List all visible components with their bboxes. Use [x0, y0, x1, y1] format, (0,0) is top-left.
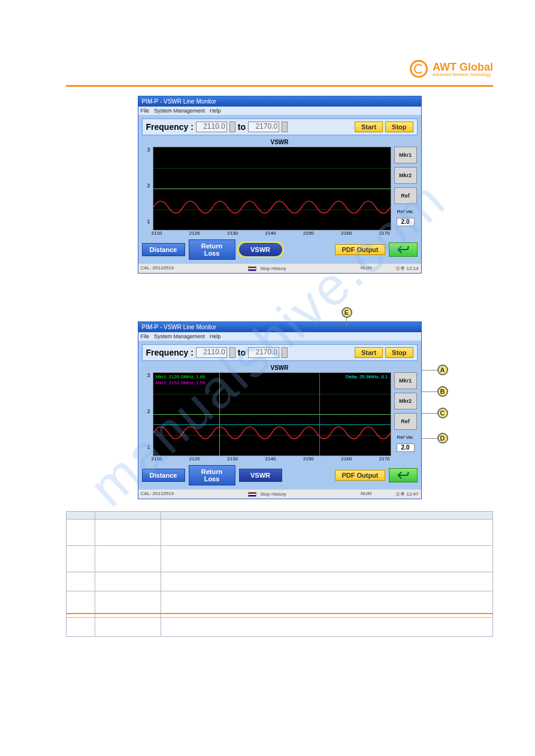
- menu-system[interactable]: System Management: [154, 333, 205, 339]
- y-tick: 1: [142, 218, 150, 224]
- status-num: NUM: [361, 265, 371, 272]
- x-tick: 2140: [265, 456, 276, 462]
- y-axis: 3 2 1: [142, 372, 150, 456]
- x-tick: 2130: [227, 456, 238, 462]
- freq-from-input[interactable]: 2110.0: [196, 347, 227, 358]
- freq-to-label: to: [238, 122, 246, 132]
- freq-from-spinner[interactable]: [229, 122, 235, 132]
- menu-system[interactable]: System Management: [154, 108, 205, 114]
- return-loss-button[interactable]: Return Loss: [189, 465, 235, 485]
- chart-title: VSWR: [142, 363, 418, 372]
- table-row: C: [67, 572, 493, 591]
- stop-button[interactable]: Stop: [385, 122, 413, 132]
- freq-to-label: to: [238, 348, 246, 357]
- vswr-trace: [153, 195, 391, 219]
- status-mid: Stop History: [260, 491, 286, 497]
- frequency-label: Frequency :: [146, 122, 194, 132]
- x-tick: 2160: [341, 456, 352, 462]
- x-tick: 2110: [152, 456, 162, 462]
- pdf-output-button[interactable]: PDF Output: [335, 470, 385, 481]
- vswr-button[interactable]: VSWR: [239, 469, 282, 482]
- freq-to-spinner[interactable]: [282, 122, 288, 132]
- x-axis: 2110 2120 2130 2140 2150 2160 2170: [150, 230, 391, 236]
- x-tick: 2120: [189, 230, 200, 236]
- mkr1-button[interactable]: Mkr1: [394, 147, 417, 163]
- table-row: A: [67, 520, 493, 546]
- table-header: [67, 512, 95, 520]
- frequency-panel: Frequency : 2110.0 to 2170.0 Start Stop: [142, 119, 418, 135]
- y-tick: 3: [142, 372, 150, 378]
- mkr2-button[interactable]: Mkr2: [394, 167, 417, 184]
- freq-to-spinner[interactable]: [282, 347, 288, 358]
- callout-c: C: [437, 408, 448, 418]
- callout-b: B: [437, 386, 448, 397]
- status-num: NUM: [361, 491, 371, 497]
- footer-divider: [66, 613, 493, 614]
- x-tick: 2170: [379, 230, 390, 236]
- callout-a: A: [437, 365, 448, 375]
- status-mid: Stop History: [260, 266, 286, 271]
- status-bar: CAL: 20110519 Stop History NUM 오후 12:14: [138, 263, 421, 273]
- y-tick: 2: [142, 408, 150, 414]
- flag-icon: [248, 492, 256, 497]
- ref-button[interactable]: Ref: [394, 187, 417, 204]
- freq-to-input[interactable]: 2170.0: [248, 347, 279, 358]
- screenshot-vswr-markers: E PIM-P - VSWR Line Monitor File System …: [138, 321, 422, 499]
- refval-label: Ref Val.: [397, 435, 414, 440]
- y-tick: 3: [142, 147, 150, 153]
- start-button[interactable]: Start: [355, 122, 383, 132]
- distance-button[interactable]: Distance: [142, 243, 185, 256]
- start-button[interactable]: Start: [355, 347, 383, 358]
- cal-status: CAL: 20110519: [141, 265, 174, 272]
- brand-header: AWT Global Advanced Wireless Technology: [410, 60, 493, 78]
- y-axis: 3 2 1: [142, 147, 150, 230]
- cal-status: CAL: 20110519: [141, 491, 174, 497]
- window-title: PIM-P - VSWR Line Monitor: [138, 96, 421, 107]
- menu-bar: File System Management Help: [138, 332, 421, 341]
- back-button[interactable]: [389, 242, 418, 257]
- screenshot-vswr-main: PIM-P - VSWR Line Monitor File System Ma…: [138, 96, 422, 274]
- pdf-output-button[interactable]: PDF Output: [335, 244, 385, 255]
- distance-button[interactable]: Distance: [142, 469, 185, 482]
- menu-help[interactable]: Help: [210, 333, 221, 339]
- refval-input[interactable]: 2.0: [397, 218, 415, 226]
- brand-tagline: Advanced Wireless Technology: [433, 72, 493, 77]
- table-row: E: [67, 618, 493, 637]
- flag-icon: [248, 266, 256, 271]
- status-time: 오후 12:47: [395, 491, 418, 497]
- back-button[interactable]: [389, 468, 418, 482]
- freq-from-spinner[interactable]: [229, 347, 235, 358]
- freq-from-input[interactable]: 2110.0: [196, 122, 227, 132]
- vswr-chart[interactable]: [153, 147, 391, 230]
- x-tick: 2110: [152, 230, 162, 236]
- description-table: A B C D E: [66, 511, 493, 637]
- return-loss-button[interactable]: Return Loss: [189, 239, 235, 260]
- table-header: [161, 512, 493, 520]
- mkr2-readout: Mkr2: 2152.0MHz, 1.56: [156, 380, 205, 386]
- brand-name: AWT Global: [433, 62, 493, 72]
- vswr-chart[interactable]: Mkr1: 2126.0MHz, 1.66 Mkr2: 2152.0MHz, 1…: [153, 372, 391, 456]
- return-arrow-icon: [397, 471, 409, 479]
- menu-file[interactable]: File: [141, 333, 150, 339]
- ref-button[interactable]: Ref: [394, 413, 417, 430]
- status-bar: CAL: 20110519 Stop History NUM 오후 12:47: [138, 489, 421, 499]
- freq-to-input[interactable]: 2170.0: [248, 122, 279, 132]
- window-title: PIM-P - VSWR Line Monitor: [138, 322, 421, 332]
- callout-e: E: [341, 307, 352, 318]
- vswr-button[interactable]: VSWR: [239, 243, 282, 256]
- return-arrow-icon: [397, 245, 409, 254]
- table-row: B: [67, 546, 493, 572]
- status-time: 오후 12:14: [395, 265, 418, 272]
- refval-label: Ref Val.: [397, 209, 414, 214]
- awt-logo-icon: [410, 60, 428, 78]
- stop-button[interactable]: Stop: [385, 347, 413, 358]
- mkr1-button[interactable]: Mkr1: [394, 372, 417, 389]
- frequency-label: Frequency :: [146, 348, 194, 357]
- ref-line: [153, 189, 391, 189]
- y-tick: 2: [142, 183, 150, 189]
- menu-file[interactable]: File: [141, 108, 150, 114]
- refval-input[interactable]: 2.0: [397, 444, 415, 452]
- menu-help[interactable]: Help: [210, 108, 221, 114]
- mkr2-button[interactable]: Mkr2: [394, 393, 417, 409]
- mkr1-readout: Mkr1: 2126.0MHz, 1.66: [156, 374, 205, 380]
